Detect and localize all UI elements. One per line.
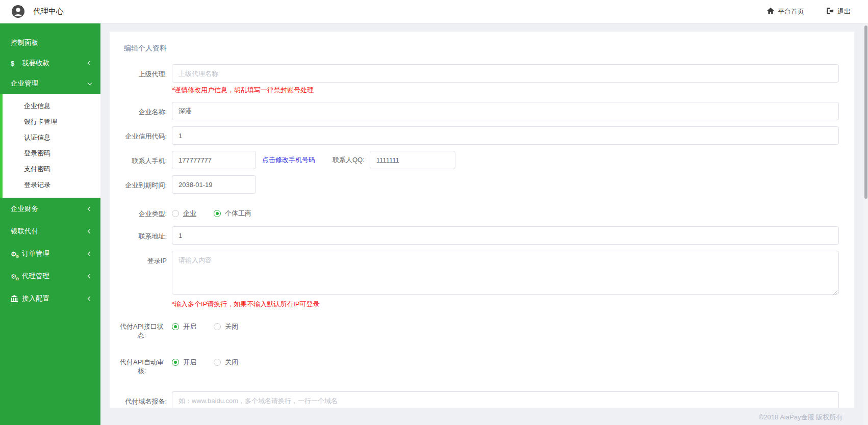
api-auto-audit-label: 代付API自动审核: [117,355,167,375]
dollar-icon: $ [11,60,22,67]
api-status-label: 代付API接口状态: [117,319,167,339]
submenu-item-company-info[interactable]: 企业信息 [3,98,100,114]
company-type-row: 企业类型: 企业 个体工商 [110,205,839,218]
radio-unselected-icon[interactable] [172,210,179,217]
login-ip-row: 登录IP [110,251,839,297]
contact-qq-input[interactable] [370,151,455,169]
sidebar-item-agent-management[interactable]: ⚙⚙ 代理管理 [0,265,100,287]
page-title: 编辑个人资料 [110,44,839,53]
company-management-submenu: 企业信息 银行卡管理 认证信息 登录密码 支付密码 登录记录 [0,94,100,198]
expire-date-input[interactable] [172,175,256,194]
change-phone-link[interactable]: 点击修改手机号码 [262,155,315,165]
chevron-left-icon [88,61,92,65]
company-type-option-individual[interactable]: 个体工商 [214,209,251,218]
domain-filing-textarea[interactable] [172,391,839,408]
cogs-icon: ⚙⚙ [11,251,22,257]
chevron-left-icon [88,297,92,301]
sidebar-item-dashboard[interactable]: 控制面板 [0,33,100,53]
chevron-left-icon [88,252,92,256]
submenu-item-bank-card[interactable]: 银行卡管理 [3,114,100,129]
address-input[interactable] [172,226,839,245]
home-icon [767,8,774,16]
submenu-item-auth-info[interactable]: 认证信息 [3,129,100,145]
chevron-left-icon [88,229,92,233]
sidebar-item-unionpay-payout[interactable]: 银联代付 [0,220,100,243]
parent-agent-label: 上级代理: [110,64,167,78]
copyright-footer: ©2018 AiaPay金服 版权所有 [100,408,863,422]
company-name-row: 企业名称: [110,102,839,120]
credit-code-row: 企业信用代码: [110,126,839,145]
domain-filing-row: 代付域名报备: [110,391,839,408]
address-row: 联系地址: [110,226,839,245]
login-ip-note: *输入多个IP请换行，如果不输入默认所有IP可登录 [172,300,839,309]
sidebar-item-label: 我要收款 [22,59,49,68]
sidebar-item-order-management[interactable]: ⚙⚙ 订单管理 [0,243,100,265]
chevron-down-icon [88,81,92,85]
app-title: 代理中心 [33,7,64,16]
sign-out-icon [827,8,834,16]
api-status-row: 代付API接口状态: 开启 关闭 [110,319,839,339]
domain-filing-label: 代付域名报备: [110,391,167,406]
cogs-icon: ⚙⚙ [11,273,22,280]
submenu-item-pay-password[interactable]: 支付密码 [3,161,100,177]
sidebar: 控制面板 $ 我要收款 企业管理 企业信息 银行卡管理 认证信息 登录密码 支付… [0,23,100,425]
sidebar-item-label: 订单管理 [22,249,49,258]
platform-home-link[interactable]: 平台首页 [767,7,804,16]
parent-agent-input[interactable] [172,64,839,83]
company-type-label: 企业类型: [110,205,167,218]
radio-unselected-icon[interactable] [214,323,221,330]
edit-profile-card: 编辑个人资料 上级代理: *谨慎修改用户信息，胡乱填写一律禁封账号处理 企业名称… [110,32,854,408]
sidebar-item-label: 银联代付 [11,227,38,236]
sidebar-item-label: 企业管理 [11,79,38,88]
api-status-option-on[interactable]: 开启 [172,322,196,331]
contact-phone-label: 联系人手机: [110,151,167,165]
expire-date-row: 企业到期时间: [110,175,839,194]
brand: 代理中心 [0,5,64,18]
sidebar-item-label: 企业财务 [11,204,38,214]
company-name-input[interactable] [172,102,839,120]
platform-home-label: 平台首页 [778,7,804,16]
company-name-label: 企业名称: [110,102,167,116]
radio-selected-icon[interactable] [214,210,221,217]
contact-phone-input[interactable] [172,151,256,169]
user-avatar-icon [11,5,25,18]
logout-link[interactable]: 退出 [827,7,851,16]
topbar: 代理中心 平台首页 退出 [0,0,868,23]
sidebar-item-company-management[interactable]: 企业管理 [0,73,100,94]
sidebar-item-label: 控制面板 [11,38,38,47]
submenu-item-login-password[interactable]: 登录密码 [3,145,100,161]
address-label: 联系地址: [110,226,167,241]
login-ip-label: 登录IP [110,251,167,265]
sidebar-item-label: 接入配置 [22,294,49,303]
chevron-left-icon [88,274,92,278]
api-status-option-off[interactable]: 关闭 [214,322,238,331]
radio-selected-icon[interactable] [172,323,179,330]
scrollbar-thumb[interactable] [864,25,867,199]
bank-icon [11,295,22,302]
parent-agent-warning-note: *谨慎修改用户信息，胡乱填写一律禁封账号处理 [172,86,839,95]
contact-phone-row: 联系人手机: 点击修改手机号码 联系人QQ: [110,151,839,169]
login-ip-textarea[interactable] [172,251,839,295]
sidebar-item-access-config[interactable]: 接入配置 [0,287,100,310]
chevron-left-icon [88,207,92,211]
main-content: 编辑个人资料 上级代理: *谨慎修改用户信息，胡乱填写一律禁封账号处理 企业名称… [100,23,863,425]
api-auto-audit-row: 代付API自动审核: 开启 关闭 [110,355,839,375]
expire-date-label: 企业到期时间: [110,175,167,190]
radio-unselected-icon[interactable] [214,359,221,366]
credit-code-label: 企业信用代码: [110,126,167,141]
parent-agent-row: 上级代理: [110,64,839,83]
contact-qq-label: 联系人QQ: [333,155,365,165]
submenu-item-login-records[interactable]: 登录记录 [3,177,100,193]
sidebar-item-label: 代理管理 [22,272,49,281]
logout-label: 退出 [837,7,851,16]
credit-code-input[interactable] [172,126,839,145]
sidebar-item-company-finance[interactable]: 企业财务 [0,198,100,220]
api-auto-audit-option-off[interactable]: 关闭 [214,358,238,367]
company-type-option-enterprise[interactable]: 企业 [172,209,196,218]
sidebar-item-collect-money[interactable]: $ 我要收款 [0,53,100,73]
radio-selected-icon[interactable] [172,359,179,366]
api-auto-audit-option-on[interactable]: 开启 [172,358,196,367]
vertical-scrollbar[interactable] [863,23,868,425]
